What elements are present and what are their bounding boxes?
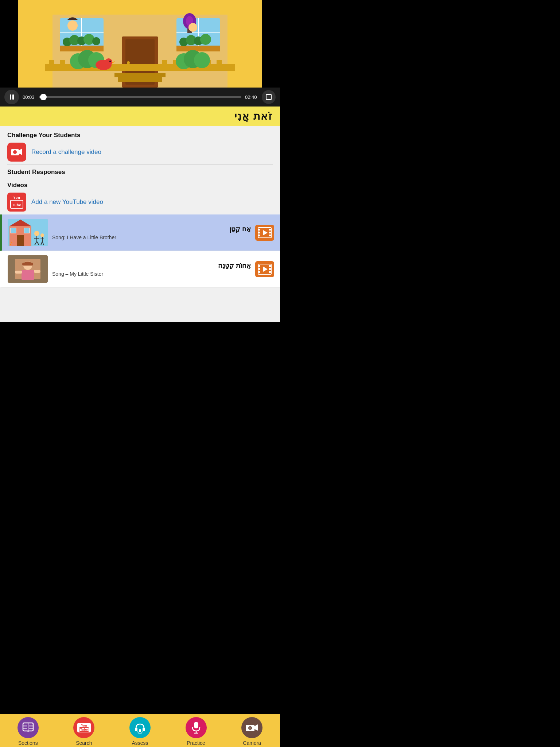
svg-rect-26	[49, 60, 54, 71]
video-subtitle-2: Song – My Little Sister	[52, 271, 251, 277]
video-thumb-1: ♪	[8, 219, 48, 246]
svg-rect-75	[258, 235, 260, 236]
progress-bar[interactable]	[39, 96, 241, 98]
svg-rect-36	[217, 60, 222, 71]
video-controls: 00:03 02:40	[0, 88, 280, 107]
camera-icon	[11, 147, 23, 157]
svg-rect-73	[258, 229, 260, 231]
video-player	[0, 0, 280, 88]
svg-rect-27	[60, 60, 65, 71]
svg-rect-90	[258, 268, 260, 270]
add-youtube-label: Add a new YouTube video	[31, 198, 103, 206]
svg-rect-31	[162, 60, 167, 71]
svg-rect-77	[269, 232, 271, 233]
svg-rect-94	[269, 271, 271, 273]
svg-rect-91	[258, 271, 260, 273]
record-icon-box	[7, 143, 26, 162]
video-hebrew-title-1: אָח קָטָן	[52, 225, 251, 233]
svg-point-53	[13, 150, 17, 154]
svg-rect-59	[24, 228, 30, 233]
svg-point-50	[188, 23, 197, 32]
add-youtube-row[interactable]: You Tube Add a new YouTube video	[7, 193, 273, 212]
video-hebrew-title-2: אֲחוֹת קְטַנָּה	[52, 262, 251, 270]
svg-rect-74	[258, 232, 260, 233]
svg-point-65	[40, 233, 44, 237]
svg-rect-89	[258, 265, 260, 267]
content-area: Challenge Your Students Record a challen…	[0, 126, 280, 322]
svg-rect-8	[60, 46, 104, 51]
svg-rect-85	[15, 271, 22, 274]
svg-rect-83	[22, 270, 34, 280]
challenge-title: Challenge Your Students	[7, 132, 273, 139]
svg-rect-43	[114, 73, 166, 77]
record-challenge-label: Record a challenge video	[31, 148, 101, 156]
student-responses-section: Student Responses	[0, 165, 280, 179]
challenge-section: Challenge Your Students Record a challen…	[0, 126, 280, 165]
video-play-icon-1[interactable]	[255, 225, 274, 241]
record-challenge-row[interactable]: Record a challenge video	[7, 143, 273, 162]
video-item-2[interactable]: אֲחוֹת קְטַנָּה Song – My Little Sister	[0, 251, 280, 287]
svg-point-24	[200, 34, 211, 45]
pause-button[interactable]	[4, 90, 19, 104]
svg-rect-84	[22, 263, 33, 266]
video-subtitle-1: Song: I Have a Little Brother	[52, 235, 251, 240]
svg-point-13	[92, 37, 100, 45]
svg-rect-57	[17, 235, 24, 246]
current-time: 00:03	[23, 94, 36, 100]
video-play-icon-2[interactable]	[255, 261, 274, 277]
svg-rect-76	[269, 229, 271, 231]
video-info-1: אָח קָטָן Song: I Have a Little Brother	[48, 225, 255, 240]
svg-point-42	[194, 52, 210, 68]
svg-point-49	[67, 20, 78, 31]
svg-rect-44	[118, 77, 162, 82]
student-responses-title: Student Responses	[7, 169, 273, 176]
svg-text:♪: ♪	[9, 239, 13, 246]
videos-section: Videos You Tube Add a new YouTube video	[0, 179, 280, 214]
svg-rect-92	[269, 265, 271, 267]
fullscreen-button[interactable]	[262, 90, 276, 104]
hebrew-title-bar: זֹאת אֲנִי	[0, 107, 280, 126]
svg-point-60	[34, 231, 39, 236]
svg-rect-93	[269, 268, 271, 270]
svg-rect-58	[11, 228, 16, 233]
svg-point-46	[105, 58, 112, 66]
youtube-icon-box: You Tube	[7, 193, 26, 212]
video-item-1[interactable]: ♪ אָח קָטָן Song: I Have a Little Brothe…	[0, 214, 280, 251]
total-time: 02:40	[245, 94, 258, 100]
svg-point-48	[109, 61, 111, 62]
svg-rect-86	[34, 270, 40, 273]
video-list: ♪ אָח קָטָן Song: I Have a Little Brothe…	[0, 214, 280, 287]
svg-point-4	[127, 61, 130, 64]
videos-title: Videos	[7, 182, 273, 189]
video-thumb-2	[8, 255, 48, 283]
svg-rect-78	[269, 235, 271, 236]
hebrew-title: זֹאת אֲנִי	[234, 111, 273, 122]
svg-rect-20	[176, 46, 220, 51]
video-info-2: אֲחוֹת קְטַנָּה Song – My Little Sister	[48, 262, 255, 277]
svg-marker-52	[19, 148, 22, 155]
